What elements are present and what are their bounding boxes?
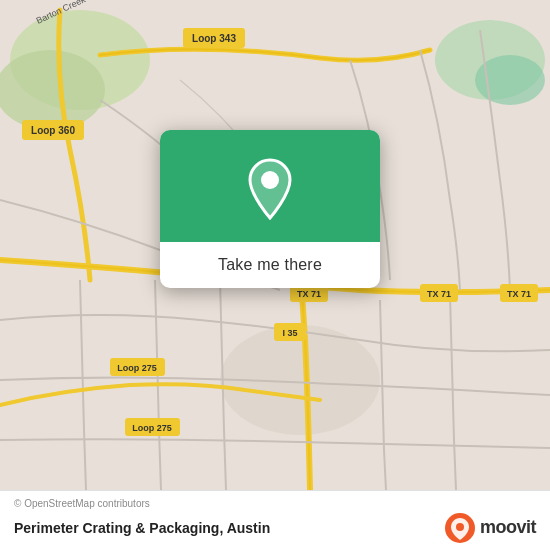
take-me-there-button[interactable]: Take me there <box>218 256 322 273</box>
footer-bar: © OpenStreetMap contributors Perimeter C… <box>0 490 550 550</box>
svg-text:Loop 343: Loop 343 <box>192 33 236 44</box>
moovit-brand-icon <box>444 512 476 544</box>
popup-green-section <box>160 130 380 242</box>
svg-text:TX 71: TX 71 <box>507 289 531 299</box>
attribution-text: © OpenStreetMap contributors <box>14 498 536 509</box>
business-name: Perimeter Crating & Packaging, Austin <box>14 520 270 536</box>
svg-text:TX 71: TX 71 <box>427 289 451 299</box>
location-pin-icon <box>244 158 296 220</box>
svg-point-23 <box>261 171 279 189</box>
footer-bottom: Perimeter Crating & Packaging, Austin mo… <box>14 512 536 544</box>
popup-white-section[interactable]: Take me there <box>160 242 380 288</box>
moovit-brand-text: moovit <box>480 517 536 538</box>
svg-text:Loop 360: Loop 360 <box>31 125 75 136</box>
svg-text:Loop 275: Loop 275 <box>117 363 157 373</box>
map-container: Loop 343 Loop 360 TX 71 TX 71 TX 71 I 35… <box>0 0 550 490</box>
svg-text:I 35: I 35 <box>282 328 297 338</box>
svg-text:TX 71: TX 71 <box>297 289 321 299</box>
svg-text:Loop 275: Loop 275 <box>132 423 172 433</box>
svg-point-4 <box>0 50 105 130</box>
svg-point-25 <box>456 523 464 531</box>
moovit-logo[interactable]: moovit <box>444 512 536 544</box>
popup-card: Take me there <box>160 130 380 288</box>
